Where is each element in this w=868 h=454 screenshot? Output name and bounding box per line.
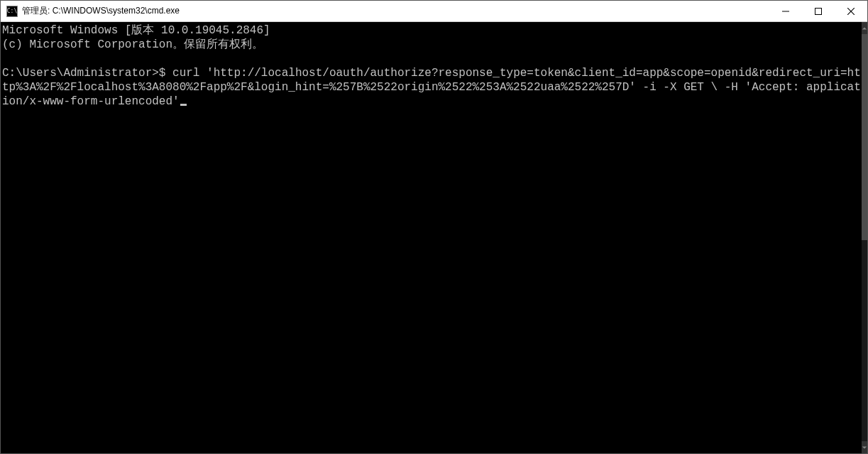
- cursor: [180, 104, 187, 106]
- scroll-up-button[interactable]: [862, 22, 867, 34]
- minimize-button[interactable]: [769, 1, 802, 21]
- scrollbar-track[interactable]: [862, 34, 867, 441]
- prompt: C:\Users\Administrator>$: [2, 67, 172, 80]
- command-line: C:\Users\Administrator>$ curl 'http://lo…: [2, 66, 862, 109]
- chevron-up-icon: [862, 26, 867, 31]
- close-icon: [847, 8, 855, 15]
- window-title: 管理员: C:\WINDOWS\system32\cmd.exe: [22, 5, 180, 17]
- minimize-icon: [782, 8, 789, 15]
- banner-line-2: (c) Microsoft Corporation。保留所有权利。: [2, 38, 862, 52]
- blank-line: [2, 52, 862, 66]
- terminal[interactable]: Microsoft Windows [版本 10.0.19045.2846](c…: [1, 22, 862, 453]
- titlebar[interactable]: C:\ 管理员: C:\WINDOWS\system32\cmd.exe: [1, 1, 867, 22]
- maximize-icon: [815, 8, 822, 15]
- app-window: C:\ 管理员: C:\WINDOWS\system32\cmd.exe Mic…: [0, 0, 868, 454]
- close-button[interactable]: [835, 1, 867, 21]
- vertical-scrollbar[interactable]: [862, 22, 867, 453]
- maximize-button[interactable]: [802, 1, 835, 21]
- cmd-icon: C:\: [6, 6, 18, 17]
- chevron-down-icon: [862, 445, 867, 450]
- banner-line-1: Microsoft Windows [版本 10.0.19045.2846]: [2, 23, 862, 38]
- terminal-area: Microsoft Windows [版本 10.0.19045.2846](c…: [1, 22, 867, 453]
- window-controls: [769, 1, 867, 21]
- svg-rect-0: [815, 8, 822, 14]
- scroll-down-button[interactable]: [862, 441, 867, 453]
- scrollbar-thumb[interactable]: [862, 34, 867, 240]
